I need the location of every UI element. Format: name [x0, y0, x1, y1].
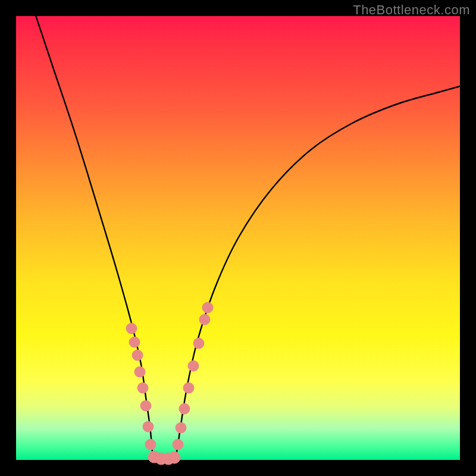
curve-left-branch	[34, 10, 153, 459]
scatter-dot	[199, 314, 210, 325]
scatter-dot	[140, 400, 151, 411]
scatter-dot	[188, 361, 199, 371]
chart-plot-area	[16, 16, 460, 460]
scatter-dot	[145, 439, 156, 450]
chart-svg-layer	[16, 16, 460, 460]
scatter-dot	[134, 367, 145, 377]
scatter-dot	[129, 337, 140, 347]
scatter-dot	[202, 302, 213, 313]
scatter-dot	[173, 439, 183, 450]
scatter-dot	[183, 383, 194, 393]
curve-right-branch	[176, 86, 460, 459]
scatter-dot	[126, 323, 137, 334]
scatter-dot	[143, 421, 154, 432]
scatter-dot	[137, 383, 148, 393]
scatter-dot	[179, 403, 190, 414]
scatter-dot	[132, 350, 143, 361]
scatter-dot-group	[126, 302, 213, 465]
scatter-dot	[193, 338, 204, 349]
scatter-dot	[176, 422, 186, 433]
chart-stage: TheBottleneck.com	[0, 0, 476, 476]
watermark-label: TheBottleneck.com	[353, 2, 470, 18]
scatter-dot	[168, 452, 180, 464]
